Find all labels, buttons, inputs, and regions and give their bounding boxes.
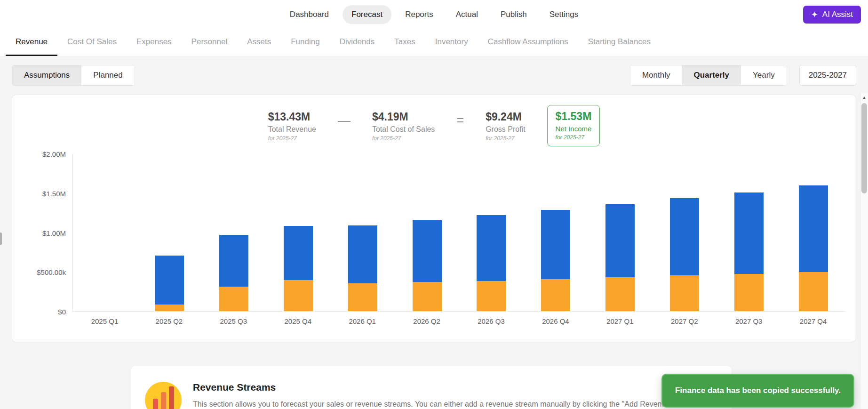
segment-cost-of-sales[interactable] — [348, 283, 377, 311]
y-tick-label: $0 — [58, 308, 66, 316]
segment-gross-profit[interactable] — [348, 225, 377, 283]
stacked-bar-2025-q2[interactable] — [155, 154, 184, 311]
stacked-bar-2025-q4[interactable] — [284, 154, 313, 311]
stacked-bar-2026-q1[interactable] — [348, 154, 377, 311]
segment-gross-profit[interactable] — [670, 198, 699, 275]
bar-slot — [73, 154, 137, 311]
vertical-scrollbar[interactable]: ▲ — [860, 93, 868, 409]
segment-gross-profit[interactable] — [605, 204, 635, 277]
segment-gross-profit[interactable] — [541, 210, 570, 279]
x-axis-label: 2027 Q1 — [588, 317, 652, 325]
bar-slot — [330, 154, 395, 311]
segment-gross-profit[interactable] — [284, 226, 313, 280]
plot-area — [72, 154, 845, 312]
nav-reports[interactable]: Reports — [396, 5, 442, 24]
x-axis-label: 2026 Q2 — [395, 317, 459, 325]
x-axis-labels: 2025 Q12025 Q22025 Q32025 Q42026 Q12026 … — [72, 317, 845, 325]
revenue-streams-description: This section allows you to forecast your… — [193, 400, 710, 409]
period-toggle-quarterly[interactable]: Quarterly — [682, 65, 741, 85]
net-income-period: for 2025-27 — [556, 134, 592, 141]
net-income-value: $1.53M — [556, 110, 592, 123]
segment-gross-profit[interactable] — [734, 192, 764, 274]
tab-cashflow-assumptions[interactable]: Cashflow Assumptions — [478, 29, 578, 56]
view-toggle-assumptions[interactable]: Assumptions — [12, 65, 81, 85]
nav-actual[interactable]: Actual — [447, 5, 487, 24]
segment-cost-of-sales[interactable] — [413, 282, 442, 311]
x-axis-label: 2025 Q1 — [72, 317, 137, 325]
segment-cost-of-sales[interactable] — [477, 281, 506, 311]
period-toggle-monthly[interactable]: Monthly — [630, 65, 682, 85]
cost-of-sales-label: Total Cost of Sales — [372, 125, 435, 134]
segment-gross-profit[interactable] — [477, 215, 506, 281]
gross-profit-period: for 2025-27 — [486, 135, 525, 142]
tab-assets[interactable]: Assets — [237, 29, 281, 56]
year-range-button[interactable]: 2025-2027 — [799, 65, 856, 86]
stacked-bar-2025-q3[interactable] — [219, 154, 248, 311]
bar-slot — [588, 154, 653, 311]
tab-starting-balances[interactable]: Starting Balances — [578, 29, 661, 56]
x-axis-label: 2026 Q1 — [330, 317, 395, 325]
segment-cost-of-sales[interactable] — [284, 280, 313, 311]
top-navigation: Dashboard Forecast Reports Actual Publis… — [0, 0, 868, 29]
stacked-bar-2027-q1[interactable] — [605, 154, 635, 311]
tab-personnel[interactable]: Personnel — [182, 29, 238, 56]
segment-gross-profit[interactable] — [219, 235, 248, 287]
x-axis-label: 2025 Q2 — [137, 317, 201, 325]
segment-cost-of-sales[interactable] — [219, 287, 248, 311]
total-revenue-value: $13.43M — [268, 111, 316, 123]
segment-gross-profit[interactable] — [155, 256, 184, 305]
nav-dashboard[interactable]: Dashboard — [281, 5, 338, 24]
scrollbar-thumb[interactable] — [861, 103, 867, 193]
stacked-bar-2026-q3[interactable] — [477, 154, 506, 311]
nav-items: Dashboard Forecast Reports Actual Publis… — [281, 0, 587, 29]
forecast-tabbar: Revenue Cost Of Sales Expenses Personnel… — [0, 29, 868, 56]
segment-cost-of-sales[interactable] — [605, 277, 635, 311]
tab-expenses[interactable]: Expenses — [127, 29, 182, 56]
left-edge-handle[interactable] — [0, 233, 2, 245]
icon-bar-medium — [161, 392, 166, 409]
y-tick-label: $1.50M — [42, 189, 66, 197]
x-axis-label: 2027 Q3 — [717, 317, 781, 325]
nav-settings[interactable]: Settings — [541, 5, 587, 24]
segment-gross-profit[interactable] — [413, 220, 442, 282]
ai-assist-button[interactable]: ✦ AI Assist — [803, 6, 861, 24]
controls-right: Monthly Quarterly Yearly 2025-2027 — [630, 65, 856, 86]
summary-gross-profit: $9.24M Gross Profit for 2025-27 — [486, 111, 525, 142]
tab-cost-of-sales[interactable]: Cost Of Sales — [57, 29, 127, 56]
segment-cost-of-sales[interactable] — [670, 275, 699, 311]
segment-cost-of-sales[interactable] — [155, 305, 184, 311]
period-toggle: Monthly Quarterly Yearly — [630, 65, 787, 86]
bar-slot — [652, 154, 717, 311]
x-axis-label: 2025 Q3 — [201, 317, 266, 325]
revenue-streams-title: Revenue Streams — [193, 382, 713, 393]
stacked-bar-2025-q1[interactable] — [90, 154, 119, 311]
bar-slot — [137, 154, 202, 311]
stacked-bar-2027-q3[interactable] — [734, 154, 764, 311]
y-tick-label: $1.00M — [42, 229, 66, 237]
stacked-bar-2027-q2[interactable] — [670, 154, 699, 311]
icon-bar-large — [169, 386, 174, 409]
bar-slot — [395, 154, 459, 311]
view-toggle-planned[interactable]: Planned — [81, 65, 134, 85]
x-axis-label: 2027 Q4 — [781, 317, 845, 325]
segment-cost-of-sales[interactable] — [734, 274, 764, 311]
stacked-bar-2026-q4[interactable] — [541, 154, 570, 311]
scroll-up-arrow[interactable]: ▲ — [860, 93, 868, 101]
nav-publish[interactable]: Publish — [492, 5, 536, 24]
tab-inventory[interactable]: Inventory — [425, 29, 478, 56]
stacked-bar-2027-q4[interactable] — [799, 154, 828, 311]
segment-cost-of-sales[interactable] — [541, 279, 570, 311]
y-axis: $0$500.00k$1.00M$1.50M$2.00M — [26, 154, 72, 312]
icon-bar-small — [153, 399, 158, 409]
tab-funding[interactable]: Funding — [281, 29, 329, 56]
tab-taxes[interactable]: Taxes — [384, 29, 425, 56]
stacked-bar-2026-q2[interactable] — [413, 154, 442, 311]
segment-gross-profit[interactable] — [799, 185, 828, 272]
equals-operator: = — [456, 113, 464, 128]
nav-forecast[interactable]: Forecast — [342, 5, 391, 24]
tab-revenue[interactable]: Revenue — [6, 29, 57, 56]
bars-container — [73, 154, 845, 311]
tab-dividends[interactable]: Dividends — [330, 29, 385, 56]
segment-cost-of-sales[interactable] — [799, 272, 828, 312]
period-toggle-yearly[interactable]: Yearly — [741, 65, 787, 85]
